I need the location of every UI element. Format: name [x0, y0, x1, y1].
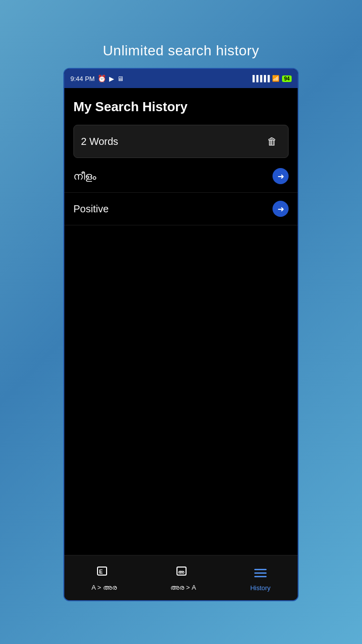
status-icons: ▐▐▐▐▐ 📶 94 — [250, 75, 292, 82]
history-list: നീളം ➜ Positive ➜ — [64, 160, 298, 555]
navigate-button[interactable]: ➜ — [273, 201, 289, 217]
alarm-icon: ⏰ — [98, 74, 106, 83]
trash-icon: 🗑 — [267, 136, 277, 147]
status-left: 9:44 PM ⏰ ▶ 🖥 — [70, 74, 124, 83]
wifi-icon: 📶 — [272, 75, 280, 82]
status-bar: 9:44 PM ⏰ ▶ 🖥 ▐▐▐▐▐ 📶 94 — [64, 69, 298, 88]
promo-text: Unlimited search history — [103, 43, 259, 59]
words-count-label: 2 Words — [81, 136, 118, 147]
page-header: My Search History — [64, 88, 298, 123]
battery-badge: 94 — [282, 75, 292, 82]
nav-label-mal-to-eng: അര > A — [170, 584, 196, 592]
arrow-right-icon: ➜ — [278, 204, 284, 214]
status-time: 9:44 PM — [70, 75, 95, 83]
history-item-text: നീളം — [73, 171, 96, 182]
arrow-right-icon: ➜ — [278, 172, 284, 181]
app-content: My Search History 2 Words 🗑 നീളം ➜ Posit… — [64, 88, 298, 555]
history-item-text: Positive — [73, 203, 109, 215]
history-item[interactable]: നീളം ➜ — [64, 160, 298, 193]
nav-item-mal-to-eng[interactable]: അ അര > A — [162, 560, 204, 596]
youtube-icon: ▶ — [109, 75, 114, 83]
nav-item-eng-to-mal[interactable]: E A > അര — [83, 560, 125, 596]
svg-text:E: E — [99, 569, 103, 575]
signal-icon: ▐▐▐▐▐ — [250, 75, 269, 82]
nav-label-history: History — [250, 584, 270, 592]
notification-icon: 🖥 — [117, 75, 124, 83]
nav-label-eng-to-mal: A > അര — [92, 584, 117, 592]
svg-text:അ: അ — [178, 570, 185, 575]
eng-to-mal-icon: E — [94, 564, 114, 581]
navigate-button[interactable]: ➜ — [273, 168, 289, 184]
mal-to-eng-icon: അ — [173, 564, 194, 581]
bottom-nav: E A > അര അ അര > A History — [64, 555, 298, 600]
history-nav-icon — [250, 565, 270, 582]
page-title: My Search History — [73, 99, 289, 115]
phone-frame: 9:44 PM ⏰ ▶ 🖥 ▐▐▐▐▐ 📶 94 My Search Histo… — [63, 68, 299, 601]
delete-all-button[interactable]: 🗑 — [263, 132, 281, 150]
words-row: 2 Words 🗑 — [73, 125, 289, 158]
nav-item-history[interactable]: History — [242, 560, 279, 596]
history-item[interactable]: Positive ➜ — [64, 193, 298, 225]
